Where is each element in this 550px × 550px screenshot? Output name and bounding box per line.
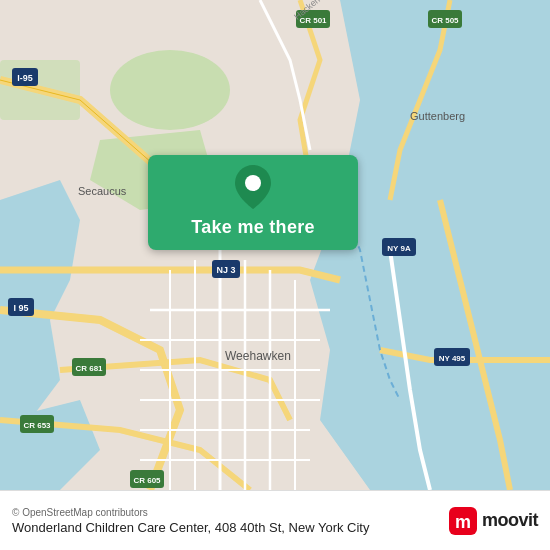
svg-text:NY 495: NY 495 (439, 354, 466, 363)
svg-text:NJ 3: NJ 3 (216, 265, 235, 275)
svg-text:CR 605: CR 605 (133, 476, 161, 485)
moovit-icon: m (449, 507, 477, 535)
button-label: Take me there (191, 217, 315, 238)
svg-text:NY 9A: NY 9A (387, 244, 411, 253)
destination-address: Wonderland Children Care Center, 408 40t… (12, 520, 449, 535)
map-area: I-95 I 95 NJ 3 CR 501 CR 505 CR 681 CR 6… (0, 0, 550, 490)
svg-text:CR 505: CR 505 (431, 16, 459, 25)
footer-info: © OpenStreetMap contributors Wonderland … (12, 507, 449, 535)
location-pin-icon (235, 165, 271, 209)
svg-text:CR 653: CR 653 (23, 421, 51, 430)
moovit-logo: m moovit (449, 507, 538, 535)
svg-text:Secaucus: Secaucus (78, 185, 127, 197)
svg-text:m: m (455, 512, 471, 532)
svg-text:I 95: I 95 (13, 303, 28, 313)
take-me-there-button[interactable]: Take me there (148, 155, 358, 250)
svg-text:Guttenberg: Guttenberg (410, 110, 465, 122)
osm-attribution: © OpenStreetMap contributors (12, 507, 449, 518)
svg-text:Weehawken: Weehawken (225, 349, 291, 363)
svg-text:CR 681: CR 681 (75, 364, 103, 373)
svg-text:I-95: I-95 (17, 73, 33, 83)
svg-point-44 (245, 175, 261, 191)
svg-point-5 (110, 50, 230, 130)
footer-bar: © OpenStreetMap contributors Wonderland … (0, 490, 550, 550)
moovit-label: moovit (482, 510, 538, 531)
